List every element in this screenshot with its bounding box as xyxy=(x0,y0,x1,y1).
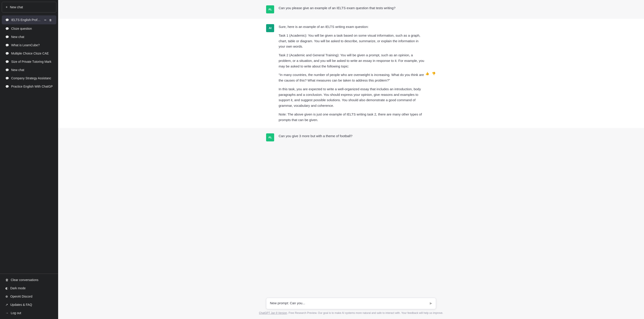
chat-icon xyxy=(5,27,9,30)
sidebar-bottom: 🗑 Clear conversations ◐ Dark mode ⊕ Open… xyxy=(0,274,58,319)
sidebar-nav: IELTS English Proficien Cloze question N… xyxy=(0,14,58,274)
sidebar-item-label: New chat xyxy=(11,35,53,39)
message-content: Sure, here is an example of an IELTS wri… xyxy=(278,24,425,123)
edit-icon xyxy=(44,18,46,22)
footer-text: ChatGPT Jan 9 Version. Free Research Pre… xyxy=(67,312,635,315)
sidebar-item-label: New chat xyxy=(11,68,53,72)
bottom-item-label: OpenAI Discord xyxy=(10,295,32,298)
thumbs-up-icon xyxy=(425,71,429,75)
version-link[interactable]: ChatGPT Jan 9 Version xyxy=(259,312,287,315)
input-area: ChatGPT Jan 9 Version. Free Research Pre… xyxy=(58,295,644,319)
chat-area: ALCan you please give an example of an I… xyxy=(58,0,644,295)
new-chat-label: New chat xyxy=(10,5,23,9)
item-actions xyxy=(44,18,53,22)
bottom-item-label: Updates & FAQ xyxy=(10,303,32,307)
sidebar-item-label: What is LearnCube? xyxy=(11,43,53,47)
avatar-assistant-1: AI xyxy=(266,24,274,32)
moon-icon: ◐ xyxy=(5,286,8,290)
sidebar-item-label: Multiple Choice Cloze CAE xyxy=(11,52,53,55)
sidebar-bottom-logout[interactable]: → Log out xyxy=(2,309,56,317)
sidebar-item-label: Size of Private Tutoring Mark xyxy=(11,60,53,63)
link-icon: ↗ xyxy=(5,303,8,307)
chat-icon xyxy=(5,52,9,55)
chat-icon xyxy=(5,18,9,22)
sidebar-item-label: IELTS English Proficien xyxy=(11,18,41,22)
chat-icon xyxy=(5,60,9,63)
message-block: ALCan you please give an example of an I… xyxy=(266,5,436,13)
discord-icon: ⊕ xyxy=(5,295,8,298)
sidebar-item-mc-cloze[interactable]: Multiple Choice Cloze CAE xyxy=(2,49,56,57)
bottom-item-label: Dark mode xyxy=(10,286,26,290)
sidebar-bottom-updates[interactable]: ↗ Updates & FAQ xyxy=(2,301,56,309)
message-row-assistant-1: AI Sure, here is an example of an IELTS … xyxy=(58,19,644,128)
chat-input[interactable] xyxy=(266,298,436,308)
sidebar-item-ielts[interactable]: IELTS English Proficien xyxy=(2,15,56,24)
avatar-user-1: AL xyxy=(266,5,274,13)
sidebar-item-tutoring[interactable]: Size of Private Tutoring Mark xyxy=(2,58,56,66)
delete-button[interactable] xyxy=(48,18,53,22)
footer-description: . Free Research Preview. Our goal is to … xyxy=(287,312,443,315)
sidebar-item-label: Cloze question xyxy=(11,27,53,30)
sidebar-item-company[interactable]: Company Strategy Assistanc xyxy=(2,74,56,82)
logout-icon: → xyxy=(5,311,8,315)
send-icon xyxy=(430,301,432,305)
main-content: ALCan you please give an example of an I… xyxy=(58,0,644,319)
edit-button[interactable] xyxy=(44,18,48,22)
trash-icon: 🗑 xyxy=(5,278,8,282)
thumbs-up-button[interactable] xyxy=(425,71,430,76)
chat-icon xyxy=(5,68,9,72)
chat-icon xyxy=(5,43,9,47)
message-block: ALCan you give 3 more but with a theme o… xyxy=(266,133,436,141)
new-chat-button[interactable]: New chat xyxy=(2,2,56,12)
message-actions xyxy=(425,24,436,123)
avatar-user-2: AL xyxy=(266,133,274,141)
plus-icon xyxy=(6,5,8,9)
chat-icon xyxy=(5,35,9,39)
bottom-item-label: Log out xyxy=(11,311,21,315)
sidebar-bottom-dark[interactable]: ◐ Dark mode xyxy=(2,284,56,292)
message-content: Can you give 3 more but with a theme of … xyxy=(278,133,436,139)
sidebar-bottom-discord[interactable]: ⊕ OpenAI Discord xyxy=(2,293,56,301)
sidebar-item-new-chat-2[interactable]: New chat xyxy=(2,66,56,74)
message-content: Can you please give an example of an IEL… xyxy=(278,5,436,11)
message-row-user-2: ALCan you give 3 more but with a theme o… xyxy=(58,128,644,147)
sidebar-item-practice[interactable]: Practice English With ChatGP xyxy=(2,82,56,90)
sidebar-item-new-chat-1[interactable]: New chat xyxy=(2,33,56,41)
sidebar-item-label: Practice English With ChatGP xyxy=(11,85,53,88)
sidebar-bottom-clear[interactable]: 🗑 Clear conversations xyxy=(2,276,56,284)
bottom-item-label: Clear conversations xyxy=(11,278,38,282)
sidebar: New chat IELTS English Proficien Cloze q… xyxy=(0,0,58,319)
chat-icon xyxy=(5,85,9,88)
sidebar-item-label: Company Strategy Assistanc xyxy=(11,76,53,80)
message-block: AI Sure, here is an example of an IELTS … xyxy=(266,24,436,123)
send-button[interactable] xyxy=(429,300,433,306)
thumbs-down-icon xyxy=(432,71,436,75)
sidebar-item-cloze[interactable]: Cloze question xyxy=(2,24,56,33)
message-row-user-1: ALCan you please give an example of an I… xyxy=(58,0,644,19)
sidebar-item-learncube[interactable]: What is LearnCube? xyxy=(2,41,56,49)
thumbs-down-button[interactable] xyxy=(431,71,436,76)
input-wrapper xyxy=(266,298,436,309)
delete-icon xyxy=(49,18,52,22)
chat-icon xyxy=(5,76,9,80)
